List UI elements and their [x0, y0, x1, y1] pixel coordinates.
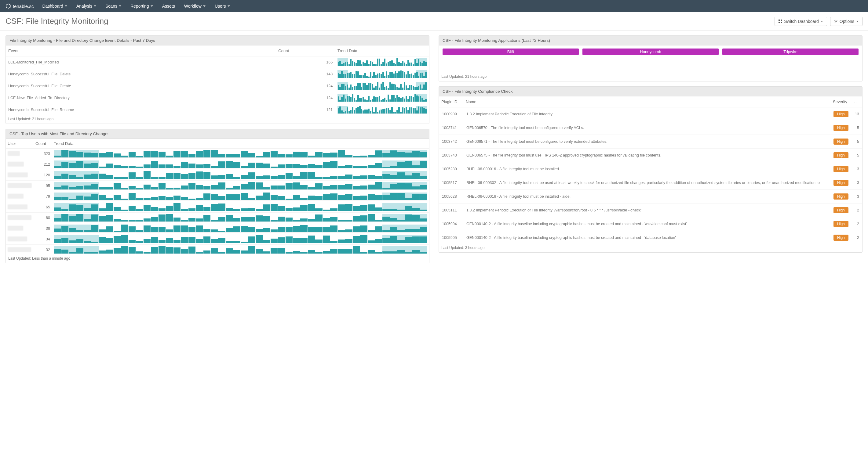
spark-bar	[158, 246, 165, 254]
options-button[interactable]: ✲ Options	[830, 17, 863, 26]
table-row[interactable]: 10009091.3.2 Implement Periodic Executio…	[439, 107, 862, 121]
spark-bar	[248, 153, 255, 158]
topusers-panel-header: CSF - Top Users with Most File and Direc…	[6, 129, 429, 139]
table-row[interactable]: 1005628RHEL-06-000016 - A file integrity…	[439, 190, 862, 203]
spark-bar	[211, 194, 218, 200]
app-bar-tripwire[interactable]: Tripwire	[722, 48, 859, 55]
app-bar-honeycomb[interactable]: Honeycomb	[583, 48, 719, 55]
table-row[interactable]: LCE-New_File_Added_To_Directory124	[6, 92, 429, 104]
table-row[interactable]: 1005280RHEL-06-000016 - A file integrity…	[439, 162, 862, 176]
spark-bar	[388, 88, 389, 90]
spark-bar	[271, 230, 278, 233]
nav-item-reporting[interactable]: Reporting	[130, 4, 153, 8]
spark-bar	[409, 96, 410, 102]
spark-bar	[390, 72, 391, 78]
nav-item-workflow[interactable]: Workflow	[184, 4, 206, 8]
table-row[interactable]: 1003742GEN006571 - The file integrity to…	[439, 135, 862, 148]
spark-bar	[248, 198, 255, 200]
spark-bar	[106, 187, 113, 190]
table-row[interactable]: LCE-Monitored_File_Modified165	[6, 57, 429, 68]
spark-bar	[99, 216, 106, 222]
spark-bar	[382, 82, 384, 90]
spark-bar	[345, 62, 346, 66]
nav-item-assets[interactable]: Assets	[162, 4, 175, 8]
spark-bar	[382, 153, 390, 158]
spark-bar	[181, 162, 188, 168]
table-row[interactable]: 38	[6, 223, 429, 234]
spark-bar	[188, 183, 195, 190]
spark-bar	[84, 197, 91, 200]
spark-bar	[285, 227, 292, 232]
table-row[interactable]: 1003741GEN006570 - The file integrity to…	[439, 121, 862, 135]
spark-bar	[370, 72, 371, 78]
spark-bar	[418, 76, 420, 78]
table-row[interactable]: Honeycomb_Successful_File_Create124	[6, 80, 429, 92]
nav-item-dashboard[interactable]: Dashboard	[42, 4, 67, 8]
spark-bar	[363, 62, 364, 66]
table-row[interactable]: 60	[6, 213, 429, 223]
spark-bar	[226, 154, 233, 158]
spark-bar	[422, 89, 423, 90]
spark-bar	[76, 214, 83, 222]
table-row[interactable]: 32	[6, 245, 429, 256]
spark-bar	[114, 219, 121, 222]
severity-cell: High	[831, 148, 852, 162]
table-row[interactable]: 65	[6, 202, 429, 213]
table-row[interactable]: 1005517RHEL-06-000302 - A file integrity…	[439, 176, 862, 190]
spark-bar	[121, 156, 128, 158]
spark-bar	[353, 206, 360, 211]
table-row[interactable]: Honeycomb_Successful_File_Delete148	[6, 68, 429, 80]
table-row[interactable]: 34	[6, 234, 429, 245]
spark-bar	[420, 218, 427, 222]
table-row[interactable]: Honeycomb_Successful_File_Rename121	[6, 104, 429, 116]
nav-item-users[interactable]: Users	[215, 4, 230, 8]
nav-item-scans[interactable]: Scans	[105, 4, 121, 8]
spark-bar	[158, 151, 165, 158]
spark-bar	[339, 61, 341, 66]
spark-bar	[411, 85, 412, 90]
table-row[interactable]: 1003743GEN006575 - The file integrity to…	[439, 148, 862, 162]
spark-bar	[416, 87, 418, 90]
table-row[interactable]: 1005904GEN000140-2 - A file integrity ba…	[439, 217, 862, 231]
app-bar-bit9[interactable]: Bit9	[442, 48, 579, 55]
spark-bar	[226, 174, 233, 179]
compliance-last-updated: Last Updated: 3 hours ago	[439, 244, 862, 252]
spark-bar	[285, 208, 292, 211]
spark-bar	[136, 220, 143, 222]
spark-bar	[418, 86, 420, 90]
table-row[interactable]: 1005905GEN000140-2 - A file integrity ba…	[439, 231, 862, 245]
spark-bar	[397, 87, 398, 90]
spark-bar	[233, 177, 240, 179]
spark-bar	[256, 209, 263, 211]
table-row[interactable]: 79	[6, 191, 429, 202]
spark-bar	[425, 82, 427, 90]
severity-count: 5	[852, 121, 862, 135]
spark-bar	[368, 230, 375, 232]
table-row[interactable]: 120	[6, 170, 429, 181]
spark-bar	[345, 239, 352, 243]
table-row[interactable]: 10051111.3.2 Implement Periodic Executio…	[439, 203, 862, 217]
spark-bar	[158, 214, 165, 222]
spark-bar	[151, 237, 158, 243]
spark-bar	[407, 88, 409, 90]
table-row[interactable]: 212	[6, 159, 429, 170]
nav-item-analysis[interactable]: Analysis	[76, 4, 96, 8]
spark-bar	[355, 100, 357, 102]
user-count: 60	[34, 213, 52, 223]
spark-bar	[420, 176, 427, 179]
switch-dashboard-button[interactable]: Switch Dashboard	[775, 17, 827, 26]
spark-bar	[338, 185, 345, 190]
compliance-panel-header: CSF - File Integrity Compliance Check	[439, 87, 862, 96]
spark-bar	[106, 152, 113, 158]
spark-bar	[375, 226, 382, 232]
spark-bar	[233, 226, 240, 232]
spark-bar	[308, 156, 315, 158]
table-row[interactable]: 95	[6, 181, 429, 191]
sparkline	[54, 193, 427, 200]
brand-logo[interactable]: tenable.sc	[5, 3, 34, 9]
spark-bar	[425, 62, 427, 66]
redacted-user	[8, 151, 20, 156]
spark-bar	[395, 64, 397, 66]
table-row[interactable]: 323	[6, 148, 429, 159]
spark-bar	[360, 215, 367, 222]
